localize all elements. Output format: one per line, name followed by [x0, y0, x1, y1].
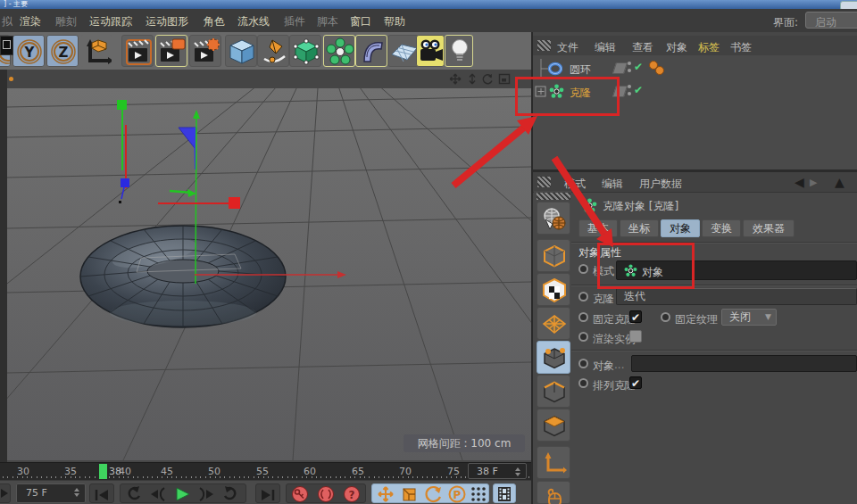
fix-clone-radio[interactable] [578, 312, 588, 322]
spline-pen-button[interactable] [257, 35, 289, 67]
tag-dot[interactable] [655, 66, 664, 75]
dolly-icon[interactable] [466, 73, 478, 85]
record-key-icon[interactable] [290, 485, 310, 503]
goto-start-button[interactable] [89, 483, 114, 503]
deformer-bend-button[interactable] [355, 35, 387, 67]
coordinate-system-button[interactable] [80, 35, 112, 67]
am-menu-userdata[interactable]: 用户数据 [639, 177, 682, 192]
menu-render[interactable]: 渲染 [20, 14, 41, 29]
visibility-dot-bottom[interactable] [628, 92, 631, 95]
move-mode-icon[interactable] [376, 485, 395, 503]
axis-z-lock-button[interactable]: Z [46, 35, 79, 67]
tab-object[interactable]: 对象 [661, 219, 700, 237]
primitive-cube-button[interactable] [225, 35, 257, 67]
history-back-icon[interactable]: ◀ [795, 175, 804, 189]
mode-field[interactable]: 对象 [616, 260, 857, 280]
gizmo-red-handle[interactable] [229, 197, 240, 209]
mode-texture-button[interactable] [537, 273, 570, 306]
viewport-title-bar[interactable] [7, 70, 531, 89]
align-clone-radio[interactable] [578, 378, 588, 388]
render-settings-button[interactable] [155, 35, 187, 67]
om-menu-object[interactable]: 对象 [666, 40, 687, 55]
pan-icon[interactable] [449, 73, 462, 85]
subdivision-surface-button[interactable] [289, 35, 321, 67]
history-forward-icon[interactable]: ▶ [810, 177, 817, 188]
loop-back-icon[interactable] [123, 485, 145, 503]
om-menu-edit[interactable]: 编辑 [595, 40, 616, 55]
menu-script[interactable]: 脚本 [317, 14, 338, 29]
mode-uv-grid-button[interactable] [537, 307, 570, 340]
rotate-view-icon[interactable] [481, 73, 494, 85]
clone-dropdown[interactable]: 迭代 [616, 288, 857, 305]
scale-mode-icon[interactable] [400, 485, 420, 503]
help-key-icon[interactable]: ? [342, 485, 362, 503]
object-link-field[interactable] [631, 355, 857, 372]
timeline-ruler[interactable]: 30 35 40 45 50 55 60 65 70 75 38 [0, 462, 531, 481]
layer-color-box[interactable] [612, 62, 628, 74]
fix-texture-dropdown[interactable]: 关闭 ▼ [721, 309, 777, 326]
visibility-dot-bottom[interactable] [628, 69, 631, 72]
expander-icon[interactable] [535, 86, 547, 98]
mode-world-button[interactable] [537, 202, 570, 235]
object-row-torus[interactable]: 圆环 ✔ [533, 59, 857, 78]
parent-mode-icon[interactable]: P [447, 485, 467, 503]
loop-forward-icon[interactable] [220, 485, 241, 503]
mode-radio[interactable] [578, 264, 588, 274]
snap-grid-icon[interactable] [469, 485, 488, 503]
camera-object-button[interactable] [416, 35, 445, 67]
mograph-cloner-button[interactable] [323, 35, 355, 67]
object-name[interactable]: 圆环 [570, 62, 591, 78]
floor-object-button[interactable] [387, 35, 420, 67]
align-clone-checkbox[interactable]: ✔ [629, 376, 642, 389]
tab-basic[interactable]: 基本 [578, 219, 618, 237]
goto-end-button[interactable] [255, 483, 280, 503]
tab-transform[interactable]: 变换 [702, 219, 741, 237]
om-menu-view[interactable]: 查看 [632, 40, 653, 55]
rotate-mode-icon[interactable] [424, 485, 444, 503]
current-frame-field[interactable]: 38 F [468, 463, 527, 479]
frame-spinner[interactable] [515, 467, 521, 476]
tab-coordinates[interactable]: 坐标 [620, 219, 659, 237]
clone-radio[interactable] [578, 292, 588, 302]
om-menu-file[interactable]: 文件 [557, 40, 578, 55]
layer-color-box[interactable] [612, 86, 628, 97]
om-menu-bookmarks[interactable]: 书签 [730, 40, 752, 55]
partial-button[interactable] [0, 483, 11, 503]
mode-polygons-button[interactable] [537, 409, 570, 442]
menu-motion-tracking[interactable]: 运动跟踪 [89, 14, 132, 29]
enabled-check[interactable]: ✔ [634, 84, 643, 96]
menu-window[interactable]: 窗口 [350, 14, 371, 29]
gizmo-green-handle[interactable] [117, 100, 127, 110]
visibility-dot-top[interactable] [628, 85, 631, 88]
viewport-canvas[interactable] [7, 88, 531, 460]
om-menu-tags[interactable]: 标签 [698, 40, 720, 55]
visibility-dot-top[interactable] [628, 62, 631, 65]
render-team-button[interactable] [189, 35, 221, 67]
tab-effectors[interactable]: 效果器 [743, 219, 795, 237]
gizmo-blue-handle[interactable] [121, 178, 129, 187]
timeline-playhead[interactable] [99, 464, 107, 479]
layout-icon[interactable] [0, 36, 13, 55]
maximize-icon[interactable] [498, 73, 511, 85]
render-instance-radio[interactable] [578, 332, 588, 342]
fix-clone-checkbox[interactable]: ✔ [629, 310, 642, 323]
menu-pipeline[interactable]: 流水线 [237, 14, 270, 29]
torus-object[interactable] [80, 226, 286, 327]
play-button-icon[interactable] [171, 485, 193, 503]
menu-plugins[interactable]: 插件 [284, 14, 305, 29]
mode-object-outline-button[interactable] [537, 239, 570, 272]
next-key-icon[interactable] [196, 485, 217, 503]
menu-help[interactable]: 帮助 [384, 14, 405, 29]
mode-axis-button[interactable] [537, 446, 570, 479]
panel-grip[interactable] [537, 177, 551, 187]
menu-mograph[interactable]: 运动图形 [146, 14, 188, 29]
fix-texture-radio[interactable] [661, 312, 670, 322]
column-grip[interactable] [537, 193, 570, 200]
object-name[interactable]: 克隆 [570, 86, 591, 101]
autokey-icon[interactable] [316, 485, 336, 503]
am-menu-edit[interactable]: 编辑 [602, 177, 623, 192]
panel-grip[interactable] [537, 40, 551, 51]
interface-dropdown[interactable]: 启动 [805, 12, 857, 29]
previous-key-icon[interactable] [147, 485, 169, 503]
object-field-radio[interactable] [578, 359, 588, 368]
